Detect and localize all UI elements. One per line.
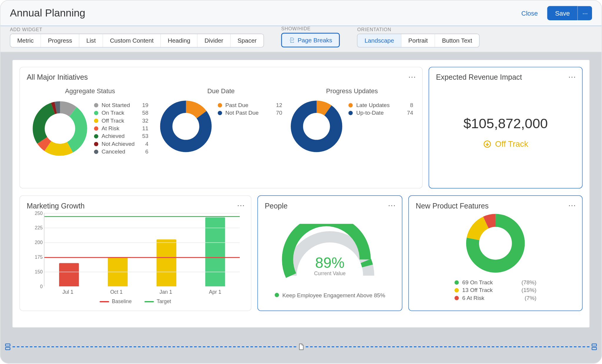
page-breaks-toggle[interactable]: Page Breaks xyxy=(281,33,340,47)
add-widget-seg: MetricProgressListCustom ContentHeadingD… xyxy=(10,34,264,47)
npf-legend: 69 On Track(78%)13 Off Track(15%)6 At Ri… xyxy=(454,278,536,303)
card-menu-icon[interactable]: ··· xyxy=(408,72,416,81)
page-icon xyxy=(297,343,305,350)
legend-item: Canceled6 xyxy=(94,148,148,155)
close-link[interactable]: Close xyxy=(521,9,538,17)
add-widget-divider[interactable]: Divider xyxy=(198,34,230,47)
legend-item: Not Started19 xyxy=(94,102,148,108)
show-hide-label: SHOW/HIDE xyxy=(281,26,340,31)
app-root: Annual Planning Close Save ··· ADD WIDGE… xyxy=(0,0,602,364)
marketing-legend: Baseline Target xyxy=(27,298,244,305)
dashboard-page: All Major Initiatives ··· Aggregate Stat… xyxy=(13,60,590,328)
legend-item: 6 At Risk(7%) xyxy=(454,295,536,301)
legend-item: Not Achieved4 xyxy=(94,141,148,147)
add-widget-custom-content[interactable]: Custom Content xyxy=(103,34,161,47)
card-title: People xyxy=(265,202,395,211)
legend-item: 69 On Track(78%) xyxy=(454,279,536,285)
card-revenue[interactable]: Expected Revenue Impact ··· $105,872,000… xyxy=(429,67,583,188)
marketing-xaxis: Jul 1Oct 1Jan 1Apr 1 xyxy=(44,289,240,295)
header-bar: Annual Planning Close Save ··· xyxy=(0,0,601,26)
legend-item: On Track58 xyxy=(94,110,148,116)
bar xyxy=(157,239,176,286)
legend-item: Off Track32 xyxy=(94,117,148,124)
add-widget-group: ADD WIDGET MetricProgressListCustom Cont… xyxy=(10,27,264,47)
progress-title: Progress Updates xyxy=(326,87,378,94)
people-goal: Keep Employee Engagement Above 85% xyxy=(275,292,385,298)
aggregate-donut xyxy=(32,101,88,157)
progress-legend: Late Updates8Up-to-Date74 xyxy=(349,101,413,117)
card-people[interactable]: People ··· 89% Current Value Keep xyxy=(257,196,402,311)
save-more-button[interactable]: ··· xyxy=(578,6,592,20)
save-button[interactable]: Save xyxy=(547,6,578,20)
add-widget-label: ADD WIDGET xyxy=(10,27,264,32)
aggregate-title: Aggregate Status xyxy=(65,87,115,94)
canvas: All Major Initiatives ··· Aggregate Stat… xyxy=(0,52,601,363)
progress-donut xyxy=(291,101,342,152)
dot-icon xyxy=(275,293,279,297)
card-title: All Major Initiatives xyxy=(27,73,415,82)
toolbar: ADD WIDGET MetricProgressListCustom Cont… xyxy=(0,26,601,52)
legend-item: At Risk11 xyxy=(94,125,148,131)
svg-rect-17 xyxy=(592,344,596,346)
card-menu-icon[interactable]: ··· xyxy=(568,72,576,81)
legend-item: Past Due12 xyxy=(218,102,282,108)
card-initiatives[interactable]: All Major Initiatives ··· Aggregate Stat… xyxy=(19,67,423,188)
add-widget-spacer[interactable]: Spacer xyxy=(231,34,264,47)
legend-item: Up-to-Date74 xyxy=(349,110,413,116)
add-widget-progress[interactable]: Progress xyxy=(41,34,80,47)
svg-rect-15 xyxy=(6,344,10,346)
people-percent: 89% xyxy=(278,254,382,271)
card-menu-icon[interactable]: ··· xyxy=(237,201,245,210)
npf-donut xyxy=(465,213,526,273)
orientation-landscape[interactable]: Landscape xyxy=(358,34,402,47)
orientation-portrait[interactable]: Portrait xyxy=(402,34,435,47)
card-title: New Product Features xyxy=(416,202,575,211)
legend-item: Achieved53 xyxy=(94,133,148,139)
legend-item: 13 Off Track(15%) xyxy=(454,287,536,293)
revenue-status: Off Track xyxy=(483,139,528,148)
marketing-chart: 0150175200225250 xyxy=(44,213,240,286)
svg-rect-16 xyxy=(6,348,10,350)
due-donut xyxy=(160,101,212,152)
card-title: Marketing Growth xyxy=(27,202,244,211)
people-sub: Current Value xyxy=(278,270,382,276)
card-menu-icon[interactable]: ··· xyxy=(568,201,576,210)
orientation-seg: LandscapePortraitButton Text xyxy=(357,34,479,47)
svg-point-10 xyxy=(297,107,336,146)
revenue-value: $105,872,000 xyxy=(463,115,548,131)
page-break-indicator[interactable] xyxy=(3,343,599,351)
card-npf[interactable]: New Product Features ··· 69 On Track(78%… xyxy=(408,196,583,311)
svg-rect-18 xyxy=(592,348,596,350)
page-breaks-label: Page Breaks xyxy=(298,37,332,44)
page-break-handle-icon[interactable] xyxy=(4,343,11,350)
card-marketing[interactable]: Marketing Growth ··· 0150175200225250 Ju… xyxy=(19,196,251,311)
page-title: Annual Planning xyxy=(10,7,85,19)
show-hide-group: SHOW/HIDE Page Breaks xyxy=(281,26,340,47)
add-widget-heading[interactable]: Heading xyxy=(161,34,198,47)
card-title: Expected Revenue Impact xyxy=(436,73,575,82)
page-break-handle-icon[interactable] xyxy=(590,343,598,350)
down-circle-icon xyxy=(483,140,491,148)
orientation-group: ORIENTATION LandscapePortraitButton Text xyxy=(357,27,479,47)
orientation-button-text[interactable]: Button Text xyxy=(435,34,479,47)
legend-item: Not Past Due70 xyxy=(218,110,282,116)
add-widget-metric[interactable]: Metric xyxy=(10,34,41,47)
add-widget-list[interactable]: List xyxy=(79,34,103,47)
page-break-icon xyxy=(289,37,295,43)
due-title: Due Date xyxy=(207,87,235,94)
due-legend: Past Due12Not Past Due70 xyxy=(218,101,282,117)
bar xyxy=(59,263,78,286)
card-menu-icon[interactable]: ··· xyxy=(388,201,396,210)
aggregate-legend: Not Started19On Track58Off Track32At Ris… xyxy=(94,101,148,156)
legend-item: Late Updates8 xyxy=(349,102,413,108)
orientation-label: ORIENTATION xyxy=(357,27,479,32)
